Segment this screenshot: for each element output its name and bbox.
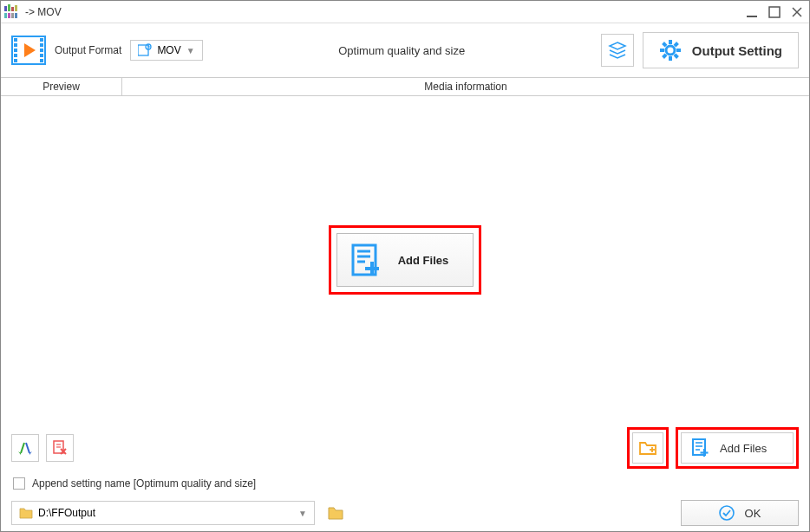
folder-icon xyxy=(327,505,344,521)
folder-icon xyxy=(19,507,33,519)
svg-line-45 xyxy=(21,443,24,453)
svg-rect-30 xyxy=(669,40,672,44)
svg-rect-21 xyxy=(40,54,43,57)
check-circle-icon xyxy=(719,505,735,521)
svg-rect-24 xyxy=(138,45,148,55)
gear-icon xyxy=(659,39,682,62)
add-files-highlight: Add Files xyxy=(329,225,482,295)
svg-rect-17 xyxy=(14,59,17,62)
svg-rect-19 xyxy=(40,43,43,47)
add-folder-button[interactable] xyxy=(632,432,663,464)
svg-rect-33 xyxy=(676,49,681,52)
svg-rect-7 xyxy=(15,13,17,18)
output-path-value: D:\FFOutput xyxy=(38,507,95,519)
add-file-icon xyxy=(349,243,384,277)
title-bar: -> MOV xyxy=(1,1,809,23)
delete-button[interactable] xyxy=(46,434,74,462)
append-setting-row: Append setting name [Optimum quality and… xyxy=(1,472,809,495)
ok-button[interactable]: OK xyxy=(681,500,799,526)
folder-add-highlight xyxy=(627,427,669,469)
svg-point-38 xyxy=(668,48,673,53)
window-controls xyxy=(743,3,806,21)
svg-rect-16 xyxy=(14,54,17,57)
toolbar: Output Format MOV ▼ Optimum quality and … xyxy=(1,23,809,77)
svg-rect-18 xyxy=(40,38,43,42)
append-setting-checkbox[interactable] xyxy=(13,477,25,490)
close-button[interactable] xyxy=(788,3,806,21)
bottom-toolbar: Add Files xyxy=(1,424,809,472)
column-headers: Preview Media information xyxy=(1,77,809,96)
video-logo-icon xyxy=(11,33,46,68)
svg-rect-3 xyxy=(15,5,17,11)
svg-line-46 xyxy=(26,443,29,453)
folder-add-icon xyxy=(638,439,657,457)
svg-rect-31 xyxy=(669,56,672,61)
minimize-button[interactable] xyxy=(743,3,761,21)
main-area: Add Files xyxy=(1,96,809,424)
add-files-bottom-highlight: Add Files xyxy=(676,427,799,469)
format-value: MOV xyxy=(157,44,180,56)
chevron-down-icon: ▼ xyxy=(186,46,195,55)
output-format-label: Output Format xyxy=(55,44,121,56)
window-title: -> MOV xyxy=(25,6,743,18)
svg-rect-6 xyxy=(11,13,14,18)
svg-rect-2 xyxy=(11,7,14,11)
svg-rect-22 xyxy=(40,59,43,62)
svg-point-62 xyxy=(720,506,734,520)
add-files-main-button[interactable]: Add Files xyxy=(336,233,474,287)
svg-rect-4 xyxy=(4,13,7,18)
layers-icon xyxy=(608,41,627,60)
output-path-row: D:\FFOutput ▼ OK xyxy=(1,495,809,531)
svg-rect-15 xyxy=(14,49,17,52)
output-setting-button[interactable]: Output Setting xyxy=(643,32,799,68)
svg-rect-20 xyxy=(40,49,43,52)
ok-label: OK xyxy=(745,507,761,520)
delete-file-icon xyxy=(51,439,69,457)
add-files-bottom-label: Add Files xyxy=(720,442,767,455)
svg-rect-5 xyxy=(8,13,10,18)
merge-icon xyxy=(16,439,34,457)
svg-rect-9 xyxy=(769,7,780,17)
chevron-down-icon: ▼ xyxy=(298,509,307,518)
add-file-icon xyxy=(690,438,711,458)
add-files-bottom-button[interactable]: Add Files xyxy=(681,432,794,464)
output-path-select[interactable]: D:\FFOutput ▼ xyxy=(11,501,315,525)
quality-text: Optimum quality and size xyxy=(212,44,592,57)
svg-rect-14 xyxy=(14,43,17,47)
maximize-button[interactable] xyxy=(766,3,783,21)
mov-format-icon xyxy=(138,43,152,57)
browse-folder-button[interactable] xyxy=(323,501,348,525)
merge-button[interactable] xyxy=(11,434,39,462)
column-media-info: Media information xyxy=(122,81,809,93)
column-preview: Preview xyxy=(1,78,122,95)
add-files-main-label: Add Files xyxy=(398,254,449,267)
format-select[interactable]: MOV ▼ xyxy=(130,40,202,61)
output-setting-label: Output Setting xyxy=(692,43,782,58)
svg-marker-28 xyxy=(610,42,625,49)
layers-button[interactable] xyxy=(601,34,634,67)
append-setting-label: Append setting name [Optimum quality and… xyxy=(32,477,256,490)
svg-rect-0 xyxy=(4,6,7,11)
svg-marker-23 xyxy=(24,43,36,57)
svg-rect-13 xyxy=(14,38,17,42)
svg-rect-8 xyxy=(747,16,757,17)
svg-rect-1 xyxy=(8,4,10,11)
svg-rect-32 xyxy=(660,49,664,52)
app-icon xyxy=(4,4,20,20)
